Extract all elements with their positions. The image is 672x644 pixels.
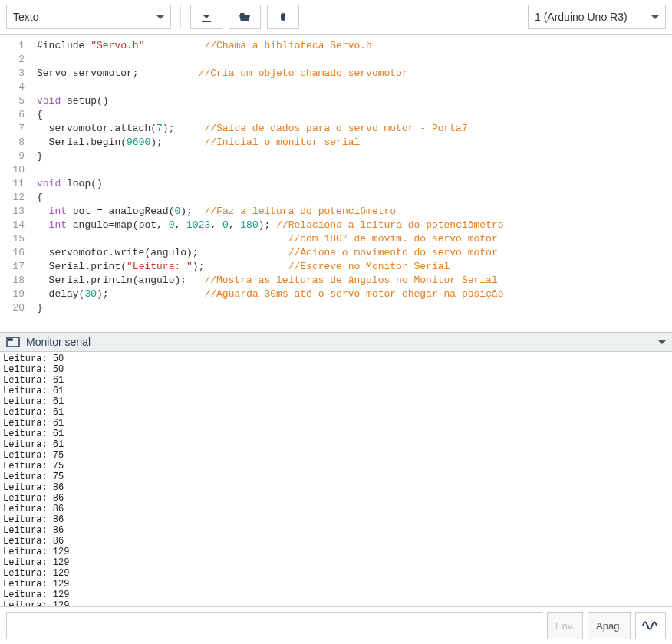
chevron-down-icon — [651, 15, 659, 19]
serial-line: Leitura: 86 — [3, 514, 669, 525]
code-line: delay(30); //Aguarda 30ms até o servo mo… — [37, 288, 672, 301]
serial-line: Leitura: 86 — [3, 536, 669, 547]
line-gutter: 1234567891011121314151617181920 — [0, 34, 29, 332]
code-line — [37, 80, 672, 94]
serial-line: Leitura: 129 — [3, 568, 669, 579]
serial-line: Leitura: 50 — [3, 364, 669, 375]
code-line: Servo servomotor; //Cria um objeto chama… — [37, 67, 672, 80]
serial-output[interactable]: Leitura: 50Leitura: 50Leitura: 61Leitura… — [0, 352, 672, 606]
graph-button[interactable] — [635, 612, 666, 639]
code-line: Serial.begin(9600); //Inicial o monitor … — [37, 136, 672, 150]
serial-input[interactable] — [6, 612, 542, 639]
chevron-down-icon — [156, 15, 164, 19]
code-line: int angulo=map(pot, 0, 1023, 0, 180); //… — [37, 219, 672, 232]
code-line: servomotor.write(angulo); //Aciona o mov… — [37, 246, 672, 260]
serial-line: Leitura: 75 — [3, 472, 669, 482]
wave-icon — [642, 619, 659, 632]
serial-line: Leitura: 61 — [3, 418, 669, 429]
serial-line: Leitura: 61 — [3, 439, 669, 450]
code-line — [37, 163, 672, 177]
serial-line: Leitura: 86 — [3, 504, 669, 514]
serial-line: Leitura: 129 — [3, 600, 669, 606]
separator — [180, 5, 181, 28]
serial-panel-header[interactable]: Monitor serial — [0, 332, 672, 352]
download-button[interactable] — [190, 5, 222, 29]
serial-line: Leitura: 129 — [3, 547, 669, 557]
download-icon — [200, 11, 212, 23]
serial-line: Leitura: 61 — [3, 407, 669, 418]
toolbar: Texto 1 (Arduino Uno R3) — [0, 0, 672, 34]
code-area[interactable]: #include "Servo.h" //Chama a biblioteca … — [29, 34, 672, 332]
code-line: Serial.println(angulo); //Mostra as leit… — [37, 274, 672, 288]
code-line: Serial.print("Leitura: "); //Escreve no … — [37, 260, 672, 274]
board-label: 1 (Arduino Uno R3) — [535, 11, 628, 23]
clear-button[interactable]: Apag. — [588, 612, 631, 639]
code-line: { — [37, 191, 672, 205]
code-line: void setup() — [37, 94, 672, 108]
code-line: } — [37, 150, 672, 163]
chevron-down-icon — [658, 340, 666, 344]
code-line: void loop() — [37, 177, 672, 191]
serial-line: Leitura: 129 — [3, 579, 669, 590]
code-line: { — [37, 108, 672, 122]
bug-icon — [277, 11, 289, 23]
code-line: } — [37, 301, 672, 315]
code-line: #include "Servo.h" //Chama a biblioteca … — [37, 39, 672, 53]
serial-line: Leitura: 61 — [3, 375, 669, 386]
upload-button[interactable] — [229, 5, 261, 29]
serial-line: Leitura: 50 — [3, 353, 669, 364]
svg-rect-2 — [11, 339, 12, 340]
mode-label: Texto — [13, 11, 38, 23]
svg-rect-1 — [8, 339, 10, 340]
serial-line: Leitura: 75 — [3, 461, 669, 472]
code-line: servomotor.attach(7); //Saída de dados p… — [37, 122, 672, 136]
debug-button[interactable] — [267, 5, 299, 29]
serial-line: Leitura: 61 — [3, 386, 669, 396]
serial-line: Leitura: 75 — [3, 450, 669, 461]
serial-line: Leitura: 86 — [3, 525, 669, 536]
serial-panel-title: Monitor serial — [26, 336, 91, 348]
code-line — [37, 53, 672, 67]
serial-line: Leitura: 61 — [3, 396, 669, 407]
serial-line: Leitura: 86 — [3, 493, 669, 504]
serial-line: Leitura: 129 — [3, 557, 669, 568]
serial-icon — [6, 337, 20, 347]
send-button[interactable]: Env. — [547, 612, 583, 639]
upload-icon — [238, 11, 252, 23]
serial-line: Leitura: 129 — [3, 590, 669, 600]
code-editor[interactable]: 1234567891011121314151617181920 #include… — [0, 34, 672, 332]
serial-line: Leitura: 86 — [3, 482, 669, 493]
serial-line: Leitura: 61 — [3, 429, 669, 439]
mode-dropdown[interactable]: Texto — [6, 5, 171, 29]
code-line: int pot = analogRead(0); //Faz a leitura… — [37, 205, 672, 219]
bottom-bar: Env. Apag. — [0, 606, 672, 644]
code-line: //com 180° de movim. do servo motor — [37, 232, 672, 246]
board-dropdown[interactable]: 1 (Arduino Uno R3) — [528, 5, 666, 29]
